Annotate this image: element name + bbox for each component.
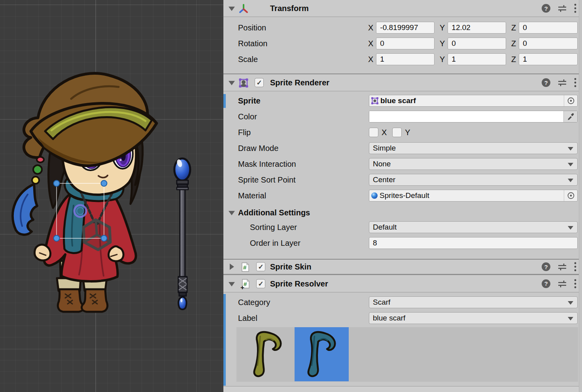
presets-icon[interactable] [558,79,567,87]
vertical-scrollbar[interactable] [579,0,582,392]
flip-y-checkbox[interactable] [392,128,402,137]
sprite-mini-icon [371,97,379,105]
sprite-skin-header[interactable]: # ✓ Sprite Skin ? [223,260,582,274]
sprite-thumbnail-blue-scarf[interactable] [295,327,349,381]
flip-row: Flip X Y [223,126,582,138]
sprite-resolver-title: Sprite Resolver [270,279,328,288]
rotation-row: Rotation X 0 Y 0 Z 0 [223,38,582,49]
position-label: Position [238,22,266,34]
x-axis-label: X [368,23,373,32]
additional-settings-row[interactable]: Additional Settings [223,207,582,218]
transform-icon [238,4,249,14]
feather [13,184,37,235]
sprite-row: Sprite blue scarf [223,95,582,107]
color-row: Color [223,111,582,122]
staff-sprite[interactable] [174,158,190,309]
color-swatch[interactable] [369,111,578,122]
mask-interaction-row: Mask Interaction None [223,158,582,170]
y-axis-label: Y [440,23,445,32]
component-enabled-checkbox[interactable]: ✓ [256,279,265,288]
mask-interaction-label: Mask Interaction [238,158,296,170]
character-sprite[interactable] [13,74,157,312]
foldout-open-icon[interactable] [229,81,235,85]
sprite-skin-title: Sprite Skin [270,262,311,271]
horizontal-scrollbar[interactable] [223,386,582,392]
help-icon[interactable]: ? [542,78,550,87]
draw-mode-row: Draw Mode Simple [223,142,582,154]
position-y-field[interactable]: 12.02 [448,22,506,34]
scale-z-field[interactable]: 1 [519,53,578,65]
additional-settings-label: Additional Settings [238,207,310,218]
help-icon[interactable]: ? [542,4,550,13]
foldout-open-icon[interactable] [229,282,235,286]
order-in-layer-row: Order in Layer 8 [223,237,582,249]
scale-row: Scale X 1 Y 1 Z 1 [223,53,582,65]
order-in-layer-label: Order in Layer [250,237,300,249]
scale-x-field[interactable]: 1 [376,53,435,65]
material-label: Material [238,190,266,202]
sprite-renderer-header[interactable]: ✓ Sprite Renderer ? [223,74,582,91]
flip-x-label: X [382,128,387,137]
mask-interaction-dropdown[interactable]: None [369,158,578,170]
sprite-renderer-icon [238,78,249,88]
object-picker-icon[interactable] [564,190,577,201]
svg-text:#: # [243,264,247,271]
flip-y-label: Y [405,128,410,137]
foldout-closed-icon[interactable] [230,264,234,270]
flip-x-checkbox[interactable] [369,128,378,137]
color-label: Color [238,111,257,122]
foldout-open-icon[interactable] [229,211,235,215]
material-row: Material Sprites-Default [223,190,582,202]
category-label: Category [238,296,270,308]
script-plus-icon: # + [240,279,251,290]
eyedropper-icon[interactable] [563,111,577,122]
presets-icon[interactable] [558,4,567,12]
z-axis-label: Z [511,23,516,32]
position-x-field[interactable]: -0.8199997 [376,22,435,34]
rotation-y-field[interactable]: 0 [448,38,506,49]
order-in-layer-field[interactable]: 8 [369,237,578,249]
component-enabled-checkbox[interactable]: ✓ [255,78,264,87]
unity-editor: Transform ? Position X -0.8199997 Y 12.0… [0,0,582,392]
sprite-resolver-header[interactable]: # + ✓ Sprite Resolver ? [223,275,582,292]
svg-text:+: + [240,284,244,290]
label-dropdown[interactable]: blue scarf [369,312,578,324]
rotation-x-field[interactable]: 0 [376,38,435,49]
position-z-field[interactable]: 0 [519,22,578,34]
sorting-layer-dropdown[interactable]: Default [369,221,578,233]
sprite-thumbnail-green-scarf[interactable] [240,327,295,381]
sprite-label: Sprite [238,95,261,107]
help-icon[interactable]: ? [542,262,550,271]
help-icon[interactable]: ? [542,279,550,288]
sprite-variant-grid [236,327,578,382]
foldout-open-icon[interactable] [229,7,235,11]
transform-header[interactable]: Transform ? [223,0,582,17]
material-sphere-icon [371,192,378,199]
scene-view[interactable] [0,0,223,392]
rotation-z-field[interactable]: 0 [519,38,578,49]
rotation-label: Rotation [238,38,268,49]
flip-label: Flip [238,126,251,138]
category-row: Category Scarf [223,296,582,308]
kebab-menu-icon[interactable] [574,262,576,271]
draw-mode-dropdown[interactable]: Simple [369,142,578,154]
inspector-panel: Transform ? Position X -0.8199997 Y 12.0… [223,0,582,392]
kebab-menu-icon[interactable] [574,78,576,87]
label-row: Label blue scarf [223,312,582,324]
category-dropdown[interactable]: Scarf [369,296,578,308]
object-picker-icon[interactable] [564,95,577,106]
scale-y-field[interactable]: 1 [448,53,506,65]
label-label: Label [238,312,257,324]
presets-icon[interactable] [558,280,567,288]
sprite-object-field[interactable]: blue scarf [369,95,578,107]
draw-mode-label: Draw Mode [238,142,278,154]
kebab-menu-icon[interactable] [574,279,576,288]
kebab-menu-icon[interactable] [574,4,576,13]
sprite-sort-point-row: Sprite Sort Point Center [223,174,582,186]
transform-title: Transform [270,4,309,13]
presets-icon[interactable] [558,263,567,271]
material-object-field[interactable]: Sprites-Default [369,190,578,202]
component-enabled-checkbox[interactable]: ✓ [256,262,265,271]
position-row: Position X -0.8199997 Y 12.02 Z 0 [223,22,582,34]
sprite-sort-point-dropdown[interactable]: Center [369,174,578,186]
